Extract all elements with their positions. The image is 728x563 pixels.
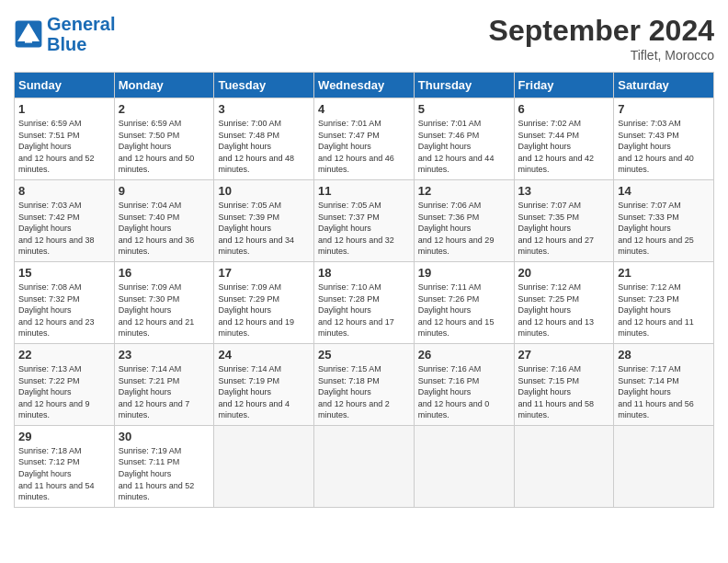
day-number: 19 xyxy=(418,266,510,280)
page: General Blue September 2024 Tiflet, Moro… xyxy=(0,0,728,563)
day-info: Sunrise: 7:12 AM Sunset: 7:25 PM Dayligh… xyxy=(518,282,610,339)
day-info: Sunrise: 7:08 AM Sunset: 7:32 PM Dayligh… xyxy=(18,282,110,339)
weekday-header-row: SundayMondayTuesdayWednesdayThursdayFrid… xyxy=(15,73,714,98)
calendar-cell: 19 Sunrise: 7:11 AM Sunset: 7:26 PM Dayl… xyxy=(414,261,514,343)
day-info: Sunrise: 7:12 AM Sunset: 7:23 PM Dayligh… xyxy=(618,282,710,339)
day-number: 6 xyxy=(518,102,610,116)
calendar-cell: 5 Sunrise: 7:01 AM Sunset: 7:46 PM Dayli… xyxy=(414,98,514,180)
calendar-cell: 26 Sunrise: 7:16 AM Sunset: 7:16 PM Dayl… xyxy=(414,343,514,425)
logo-blue: Blue xyxy=(47,34,86,54)
day-info: Sunrise: 6:59 AM Sunset: 7:50 PM Dayligh… xyxy=(119,118,210,176)
day-number: 1 xyxy=(18,102,110,116)
day-info: Sunrise: 7:03 AM Sunset: 7:42 PM Dayligh… xyxy=(18,200,110,258)
calendar-cell: 25 Sunrise: 7:15 AM Sunset: 7:18 PM Dayl… xyxy=(314,343,415,425)
day-info: Sunrise: 7:15 AM Sunset: 7:18 PM Dayligh… xyxy=(318,363,410,421)
calendar-cell xyxy=(314,425,415,507)
day-number: 10 xyxy=(218,184,310,198)
location: Tiflet, Morocco xyxy=(489,48,714,63)
day-info: Sunrise: 7:14 AM Sunset: 7:21 PM Dayligh… xyxy=(119,363,210,421)
calendar-cell: 2 Sunrise: 6:59 AM Sunset: 7:50 PM Dayli… xyxy=(114,98,214,180)
calendar-cell: 27 Sunrise: 7:16 AM Sunset: 7:15 PM Dayl… xyxy=(514,343,614,425)
weekday-header: Wednesday xyxy=(314,73,415,98)
svg-rect-2 xyxy=(25,36,32,43)
logo-general: General xyxy=(47,14,115,34)
day-number: 3 xyxy=(218,102,310,116)
day-number: 24 xyxy=(218,348,310,362)
day-info: Sunrise: 7:10 AM Sunset: 7:28 PM Dayligh… xyxy=(318,282,410,339)
header: General Blue September 2024 Tiflet, Moro… xyxy=(14,14,714,63)
calendar-cell: 18 Sunrise: 7:10 AM Sunset: 7:28 PM Dayl… xyxy=(314,261,415,343)
day-info: Sunrise: 7:06 AM Sunset: 7:36 PM Dayligh… xyxy=(418,200,510,258)
day-info: Sunrise: 7:17 AM Sunset: 7:14 PM Dayligh… xyxy=(618,363,710,421)
day-number: 18 xyxy=(318,266,410,280)
day-number: 16 xyxy=(119,266,210,280)
day-info: Sunrise: 7:03 AM Sunset: 7:43 PM Dayligh… xyxy=(618,118,710,176)
day-info: Sunrise: 7:09 AM Sunset: 7:30 PM Dayligh… xyxy=(119,282,210,339)
logo-icon xyxy=(14,19,43,49)
calendar-cell: 24 Sunrise: 7:14 AM Sunset: 7:19 PM Dayl… xyxy=(214,343,314,425)
day-info: Sunrise: 7:13 AM Sunset: 7:22 PM Dayligh… xyxy=(18,363,110,421)
calendar-cell: 6 Sunrise: 7:02 AM Sunset: 7:44 PM Dayli… xyxy=(514,98,614,180)
calendar-cell: 10 Sunrise: 7:05 AM Sunset: 7:39 PM Dayl… xyxy=(214,179,314,261)
day-info: Sunrise: 7:16 AM Sunset: 7:16 PM Dayligh… xyxy=(418,363,510,421)
calendar-cell: 22 Sunrise: 7:13 AM Sunset: 7:22 PM Dayl… xyxy=(15,343,115,425)
day-info: Sunrise: 7:05 AM Sunset: 7:37 PM Dayligh… xyxy=(318,200,410,258)
calendar-cell: 21 Sunrise: 7:12 AM Sunset: 7:23 PM Dayl… xyxy=(614,261,714,343)
calendar-week-row: 22 Sunrise: 7:13 AM Sunset: 7:22 PM Dayl… xyxy=(15,343,714,425)
weekday-header: Sunday xyxy=(15,73,115,98)
day-number: 26 xyxy=(418,348,510,362)
day-info: Sunrise: 7:14 AM Sunset: 7:19 PM Dayligh… xyxy=(218,363,310,421)
day-number: 2 xyxy=(119,102,210,116)
day-info: Sunrise: 7:00 AM Sunset: 7:48 PM Dayligh… xyxy=(218,118,310,176)
logo: General Blue xyxy=(14,14,115,54)
day-number: 13 xyxy=(518,184,610,198)
day-info: Sunrise: 7:18 AM Sunset: 7:12 PM Dayligh… xyxy=(18,445,110,503)
day-info: Sunrise: 7:09 AM Sunset: 7:29 PM Dayligh… xyxy=(218,282,310,339)
day-number: 22 xyxy=(18,348,110,362)
weekday-header: Friday xyxy=(514,73,614,98)
calendar-cell: 30 Sunrise: 7:19 AM Sunset: 7:11 PM Dayl… xyxy=(114,425,214,507)
day-number: 11 xyxy=(318,184,410,198)
calendar-cell xyxy=(614,425,714,507)
calendar-cell: 14 Sunrise: 7:07 AM Sunset: 7:33 PM Dayl… xyxy=(614,179,714,261)
calendar-cell: 23 Sunrise: 7:14 AM Sunset: 7:21 PM Dayl… xyxy=(114,343,214,425)
calendar-cell: 20 Sunrise: 7:12 AM Sunset: 7:25 PM Dayl… xyxy=(514,261,614,343)
day-number: 28 xyxy=(618,348,710,362)
title-section: September 2024 Tiflet, Morocco xyxy=(489,14,714,63)
calendar-cell: 9 Sunrise: 7:04 AM Sunset: 7:40 PM Dayli… xyxy=(114,179,214,261)
day-number: 15 xyxy=(18,266,110,280)
calendar-cell: 29 Sunrise: 7:18 AM Sunset: 7:12 PM Dayl… xyxy=(15,425,115,507)
calendar-cell xyxy=(414,425,514,507)
weekday-header: Saturday xyxy=(614,73,714,98)
day-number: 8 xyxy=(18,184,110,198)
day-number: 23 xyxy=(119,348,210,362)
calendar-week-row: 29 Sunrise: 7:18 AM Sunset: 7:12 PM Dayl… xyxy=(15,425,714,507)
day-number: 17 xyxy=(218,266,310,280)
day-number: 12 xyxy=(418,184,510,198)
day-number: 21 xyxy=(618,266,710,280)
calendar-cell: 17 Sunrise: 7:09 AM Sunset: 7:29 PM Dayl… xyxy=(214,261,314,343)
day-number: 7 xyxy=(618,102,710,116)
weekday-header: Monday xyxy=(114,73,214,98)
day-info: Sunrise: 7:07 AM Sunset: 7:35 PM Dayligh… xyxy=(518,200,610,258)
day-info: Sunrise: 7:11 AM Sunset: 7:26 PM Dayligh… xyxy=(418,282,510,339)
day-number: 4 xyxy=(318,102,410,116)
day-number: 14 xyxy=(618,184,710,198)
calendar-cell: 13 Sunrise: 7:07 AM Sunset: 7:35 PM Dayl… xyxy=(514,179,614,261)
day-number: 30 xyxy=(119,430,210,443)
calendar-cell: 8 Sunrise: 7:03 AM Sunset: 7:42 PM Dayli… xyxy=(15,179,115,261)
day-info: Sunrise: 7:07 AM Sunset: 7:33 PM Dayligh… xyxy=(618,200,710,258)
day-info: Sunrise: 7:02 AM Sunset: 7:44 PM Dayligh… xyxy=(518,118,610,176)
calendar-cell: 11 Sunrise: 7:05 AM Sunset: 7:37 PM Dayl… xyxy=(314,179,415,261)
day-info: Sunrise: 7:01 AM Sunset: 7:46 PM Dayligh… xyxy=(418,118,510,176)
calendar-cell: 1 Sunrise: 6:59 AM Sunset: 7:51 PM Dayli… xyxy=(15,98,115,180)
day-info: Sunrise: 6:59 AM Sunset: 7:51 PM Dayligh… xyxy=(18,118,110,176)
calendar-cell: 3 Sunrise: 7:00 AM Sunset: 7:48 PM Dayli… xyxy=(214,98,314,180)
calendar-cell xyxy=(514,425,614,507)
day-number: 20 xyxy=(518,266,610,280)
calendar-week-row: 8 Sunrise: 7:03 AM Sunset: 7:42 PM Dayli… xyxy=(15,179,714,261)
calendar-cell: 16 Sunrise: 7:09 AM Sunset: 7:30 PM Dayl… xyxy=(114,261,214,343)
month-title: September 2024 xyxy=(489,14,714,48)
day-number: 27 xyxy=(518,348,610,362)
day-info: Sunrise: 7:05 AM Sunset: 7:39 PM Dayligh… xyxy=(218,200,310,258)
